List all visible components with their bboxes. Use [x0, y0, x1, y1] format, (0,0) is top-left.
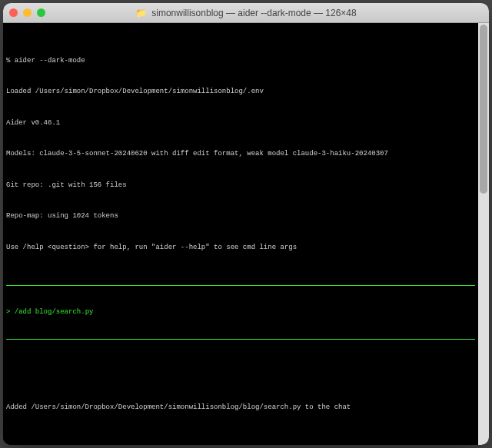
startup-loaded: Loaded /Users/simon/Dropbox/Development/… — [6, 87, 475, 98]
startup-models: Models: claude-3-5-sonnet-20240620 with … — [6, 149, 475, 160]
terminal-window: 📁 simonwillisonblog — aider --dark-mode … — [3, 3, 489, 445]
cmd-line: % aider --dark-mode — [6, 56, 475, 67]
startup-version: Aider v0.46.1 — [6, 118, 475, 129]
minimize-icon[interactable] — [23, 8, 32, 17]
divider — [6, 339, 475, 340]
folder-icon: 📁 — [135, 6, 147, 20]
terminal-output[interactable]: % aider --dark-mode Loaded /Users/simon/… — [3, 23, 478, 445]
prompt-add-cmd: /add blog/search.py — [15, 308, 94, 316]
terminal-body: % aider --dark-mode Loaded /Users/simon/… — [3, 23, 489, 445]
scrollbar-thumb[interactable] — [480, 25, 487, 194]
titlebar[interactable]: 📁 simonwillisonblog — aider --dark-mode … — [3, 3, 489, 23]
scrollbar[interactable] — [478, 23, 489, 445]
window-title-text: simonwillisonblog — aider --dark-mode — … — [151, 6, 356, 20]
startup-repomap: Repo-map: using 1024 tokens — [6, 211, 475, 222]
divider — [6, 285, 475, 286]
window-title: 📁 simonwillisonblog — aider --dark-mode … — [3, 6, 489, 20]
traffic-lights — [9, 8, 45, 17]
added-message: Added /Users/simon/Dropbox/Development/s… — [6, 403, 475, 413]
zoom-icon[interactable] — [37, 8, 45, 17]
startup-gitrepo: Git repo: .git with 156 files — [6, 181, 475, 191]
close-icon[interactable] — [9, 8, 18, 17]
prompt-line-add[interactable]: > /add blog/search.py — [6, 307, 475, 318]
startup-help: Use /help <question> for help, run "aide… — [6, 243, 475, 254]
